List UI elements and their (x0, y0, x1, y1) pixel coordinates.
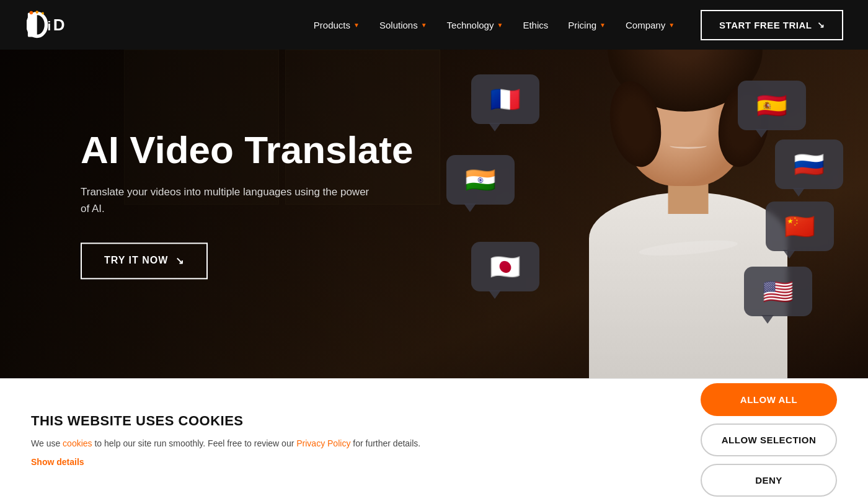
allow-selection-button[interactable]: ALLOW SELECTION (701, 423, 837, 456)
hero-title: AI Video Translate (81, 129, 413, 171)
nav-item-products[interactable]: Products ▼ (306, 15, 367, 35)
flag-bubble-china: 🇨🇳 (766, 202, 834, 251)
svg-point-4 (29, 11, 33, 15)
svg-text:D: D (53, 16, 64, 34)
nav-label-technology: Technology (447, 20, 494, 30)
privacy-policy-link[interactable]: Privacy Policy (296, 438, 350, 448)
nav-label-solutions: Solutions (379, 20, 418, 30)
cookie-text-area: THIS WEBSITE USES COOKIES We use cookies… (31, 413, 676, 466)
nav-item-solutions[interactable]: Solutions ▼ (372, 15, 435, 35)
usa-flag-icon: 🇺🇸 (763, 279, 794, 304)
india-flag-icon: 🇮🇳 (465, 167, 496, 192)
svg-point-5 (35, 11, 38, 14)
arrow-icon: ↘ (817, 20, 825, 30)
try-it-now-label: TRY IT NOW (104, 255, 168, 266)
chevron-company-icon: ▼ (668, 22, 675, 29)
spain-flag-icon: 🇪🇸 (756, 93, 787, 118)
flag-bubble-india: 🇮🇳 (446, 155, 515, 205)
china-flag-icon: 🇨🇳 (784, 214, 815, 239)
flag-bubble-spain: 🇪🇸 (738, 81, 806, 130)
nav-item-technology[interactable]: Technology ▼ (440, 15, 511, 35)
try-arrow-icon: ↘ (175, 255, 184, 267)
chevron-pricing-icon: ▼ (600, 22, 606, 29)
chevron-products-icon: ▼ (353, 22, 360, 29)
cookie-desc-mid: to help our site run smoothly. Feel free… (92, 438, 297, 448)
logo[interactable]: i D (25, 8, 68, 42)
russia-flag-icon: 🇷🇺 (794, 152, 825, 177)
flag-bubble-japan: 🇯🇵 (471, 242, 539, 291)
nav-item-company[interactable]: Company ▼ (618, 15, 682, 35)
cookie-buttons: ALLOW ALL ALLOW SELECTION DENY (701, 383, 837, 497)
cookie-description: We use cookies to help our site run smoo… (31, 437, 676, 450)
show-details-link[interactable]: Show details (31, 457, 676, 467)
hero-section: 🇫🇷 🇮🇳 🇯🇵 🇪🇸 🇷🇺 🇨🇳 🇺🇸 AI Video Translate … (0, 0, 868, 378)
hero-subtitle: Translate your videos into multiple lang… (81, 184, 372, 218)
svg-point-6 (42, 12, 44, 15)
cookie-title: THIS WEBSITE USES COOKIES (31, 413, 676, 429)
nav-item-ethics[interactable]: Ethics (515, 15, 556, 35)
france-flag-icon: 🇫🇷 (490, 87, 521, 112)
nav-label-ethics: Ethics (523, 20, 548, 30)
cookie-desc-post: for further details. (350, 438, 420, 448)
nav-label-company: Company (626, 20, 665, 30)
chevron-solutions-icon: ▼ (421, 22, 427, 29)
navigation: i D Products ▼ Solutions ▼ Technology ▼ … (0, 0, 868, 50)
japan-flag-icon: 🇯🇵 (490, 254, 521, 279)
nav-label-pricing: Pricing (568, 20, 596, 30)
try-it-now-button[interactable]: TRY IT NOW ↘ (81, 242, 208, 279)
nav-label-products: Products (314, 20, 350, 30)
flag-bubble-russia: 🇷🇺 (775, 140, 843, 189)
start-free-trial-label: START FREE TRIAL (719, 20, 812, 30)
allow-all-button[interactable]: ALLOW ALL (701, 383, 837, 416)
hero-content: AI Video Translate Translate your videos… (81, 129, 413, 279)
nav-item-pricing[interactable]: Pricing ▼ (560, 15, 613, 35)
svg-text:i: i (47, 19, 51, 33)
cookie-desc-pre: We use (31, 438, 63, 448)
cookie-banner: THIS WEBSITE USES COOKIES We use cookies… (0, 378, 868, 501)
flag-bubble-france: 🇫🇷 (471, 74, 539, 124)
cookies-link[interactable]: cookies (63, 438, 92, 448)
nav-links: Products ▼ Solutions ▼ Technology ▼ Ethi… (306, 15, 682, 35)
deny-button[interactable]: DENY (701, 464, 837, 497)
chevron-technology-icon: ▼ (497, 22, 503, 29)
start-free-trial-button[interactable]: START FREE TRIAL ↘ (701, 10, 843, 40)
flag-bubble-usa: 🇺🇸 (744, 267, 812, 316)
